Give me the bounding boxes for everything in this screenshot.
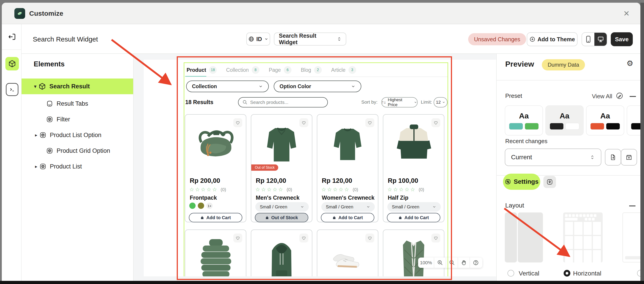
divider xyxy=(497,80,640,80)
mobile-preview-button[interactable] xyxy=(582,33,594,46)
add-to-cart-button[interactable]: Add to Cart xyxy=(189,213,242,222)
edit-preset-icon[interactable] xyxy=(616,92,623,100)
chevron-down-icon xyxy=(432,205,436,209)
tab-page[interactable]: Page 6 xyxy=(269,66,292,74)
settings-tab-button[interactable]: Settings xyxy=(503,174,540,190)
save-button[interactable]: Save xyxy=(611,32,633,46)
out-of-stock-button[interactable]: Out of Stock xyxy=(255,213,308,222)
translate-tab-button[interactable] xyxy=(544,176,556,188)
sort-dropdown[interactable]: ↑↓ Highest Price xyxy=(381,97,418,107)
wishlist-button[interactable] xyxy=(365,118,374,127)
more-swatches-badge[interactable]: 1+ xyxy=(206,203,213,209)
tree-item-product-grid-option[interactable]: Product Grid Option xyxy=(22,143,133,159)
wishlist-button[interactable] xyxy=(233,118,242,127)
tree-item-result-tabs[interactable]: Result Tabs xyxy=(22,96,133,111)
color-swatch[interactable] xyxy=(198,203,204,209)
chevron-down-icon xyxy=(300,205,304,209)
filter-option-color-dropdown[interactable]: Option Color xyxy=(274,80,361,92)
vertical-layout-thumbnail[interactable] xyxy=(505,213,517,263)
preview-canvas: Product 18 Collection 8 Page 6 Blog 2 xyxy=(134,54,496,281)
vertical-layout-thumbnail[interactable] xyxy=(518,213,543,263)
product-card: Out of Stock Rp 120,00 ☆☆☆☆☆ (0) Men's C… xyxy=(251,114,312,222)
sort-by-label: Sort by: xyxy=(361,99,378,105)
tab-collection[interactable]: Collection 8 xyxy=(226,66,259,74)
unfold-icon xyxy=(590,154,595,160)
wishlist-button[interactable] xyxy=(299,118,308,127)
zoom-in-button[interactable] xyxy=(434,258,446,268)
chevron-down-icon xyxy=(258,84,263,89)
filter-collection-dropdown[interactable]: Collection xyxy=(186,80,269,92)
help-button[interactable] xyxy=(470,258,482,268)
layout-radio-vertical[interactable] xyxy=(508,270,514,277)
language-dropdown[interactable]: ID xyxy=(246,32,270,45)
wishlist-button[interactable] xyxy=(431,118,440,127)
variant-select[interactable]: Small / Green xyxy=(321,202,375,212)
window-title: Customize xyxy=(29,10,63,17)
tree-item-search-result[interactable]: ▾ Search Result xyxy=(22,78,133,94)
wishlist-button[interactable] xyxy=(233,234,242,243)
console-tab-button[interactable] xyxy=(6,83,18,96)
tree-item-product-list[interactable]: ▸ Product List xyxy=(22,159,133,174)
caret-right-icon[interactable]: ▸ xyxy=(33,164,40,169)
view-all-link[interactable]: View All xyxy=(592,93,612,100)
bag-icon xyxy=(200,216,204,220)
pan-tool-button[interactable] xyxy=(458,258,470,268)
titlebar: Customize ✕ xyxy=(2,3,640,24)
add-to-cart-button[interactable]: Add to Cart xyxy=(321,213,374,222)
color-swatches: 1+ xyxy=(189,203,213,209)
page-title: Search Result Widget xyxy=(33,35,98,43)
tab-blog[interactable]: Blog 2 xyxy=(301,66,322,74)
product-rating: ☆☆☆☆☆ (0) xyxy=(255,186,292,193)
limit-dropdown[interactable]: 12 xyxy=(434,97,448,107)
layout-label-vertical: Vertical xyxy=(519,270,539,277)
gear-icon[interactable]: ⚙ xyxy=(626,59,633,68)
product-price: Rp 120,00 xyxy=(322,177,352,184)
export-changes-button[interactable] xyxy=(605,149,621,166)
product-rating: ☆☆☆☆☆ (0) xyxy=(189,186,226,193)
product-rating: ☆☆☆☆☆ (0) xyxy=(387,186,424,193)
product-card: Rp 120,00 ☆☆☆☆☆ (0) Women's Crewneck Sma… xyxy=(317,114,378,222)
add-to-theme-button[interactable]: Add to Theme xyxy=(527,32,578,46)
elements-tab-button[interactable] xyxy=(6,57,19,70)
zoom-out-button[interactable] xyxy=(446,258,458,268)
collapse-layout-icon[interactable] xyxy=(629,206,636,206)
third-layout-thumbnail[interactable] xyxy=(622,213,640,263)
wishlist-button[interactable] xyxy=(431,234,440,243)
search-input[interactable] xyxy=(250,100,322,105)
upload-changes-button[interactable] xyxy=(621,149,637,166)
tab-product[interactable]: Product 18 xyxy=(186,66,217,74)
tree-item-product-list-option[interactable]: ▸ Product List Option xyxy=(22,127,133,143)
recent-changes-select[interactable]: Current xyxy=(505,149,601,166)
rail-divider xyxy=(2,49,21,50)
exit-editor-icon[interactable] xyxy=(8,33,16,41)
app-logo-icon xyxy=(14,8,25,19)
widget-selector-dropdown[interactable]: Search Result Widget xyxy=(274,32,346,45)
preset-option-1[interactable]: Aa xyxy=(505,105,543,135)
rating-stars: ☆☆☆☆☆ xyxy=(387,186,416,193)
preset-option-3[interactable]: Aa xyxy=(586,105,624,135)
layout-radio-third[interactable] xyxy=(637,270,640,277)
preset-option-4[interactable]: Aa xyxy=(627,105,640,135)
backdrop-bottom xyxy=(0,281,644,284)
elements-panel: Elements ▾ Search Result Result Tabs Fil… xyxy=(22,54,134,281)
horizontal-layout-thumbnail[interactable] xyxy=(563,213,603,263)
collapse-preset-icon[interactable] xyxy=(630,96,636,97)
color-swatch[interactable] xyxy=(189,203,196,209)
layout-radio-horizontal[interactable] xyxy=(564,270,570,277)
desktop-preview-button[interactable] xyxy=(594,33,607,46)
product-search-box[interactable] xyxy=(238,97,328,107)
heart-icon xyxy=(367,120,372,125)
variant-select[interactable]: Small / Green xyxy=(255,202,309,212)
add-to-cart-button[interactable]: Add to Cart xyxy=(387,213,440,222)
wishlist-button[interactable] xyxy=(299,234,308,243)
close-icon[interactable]: ✕ xyxy=(622,8,632,18)
wishlist-button[interactable] xyxy=(365,234,374,243)
tree-item-filter[interactable]: Filter xyxy=(22,111,133,127)
preset-option-2[interactable]: Aa xyxy=(546,105,584,135)
caret-down-icon[interactable]: ▾ xyxy=(32,84,38,89)
caret-right-icon[interactable]: ▸ xyxy=(33,132,40,138)
desktop-icon xyxy=(597,36,604,43)
tab-article[interactable]: Article 3 xyxy=(331,66,356,74)
variant-select[interactable]: Small / Green xyxy=(387,202,441,212)
heart-icon xyxy=(235,120,240,125)
